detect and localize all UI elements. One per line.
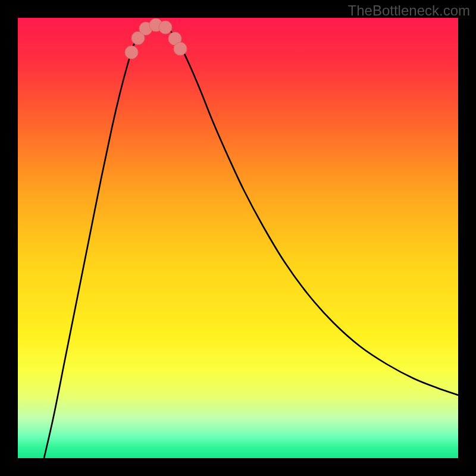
- curve-marker: [125, 46, 138, 59]
- gradient-background: [18, 18, 458, 458]
- chart-frame: TheBottleneck.com: [0, 0, 476, 476]
- curve-marker: [159, 21, 172, 34]
- watermark-text: TheBottleneck.com: [348, 2, 470, 19]
- curve-marker: [174, 42, 187, 55]
- chart-plot-area: [18, 18, 458, 458]
- chart-svg: [18, 18, 458, 458]
